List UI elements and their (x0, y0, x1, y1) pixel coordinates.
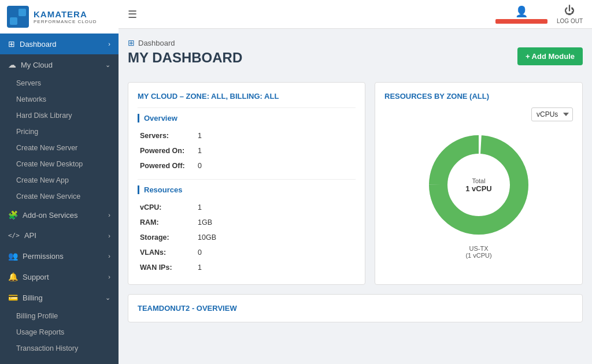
logo-sub: PERFORMANCE CLOUD (34, 19, 97, 24)
sidebar-item-create-new-service[interactable]: Create New Service (0, 188, 119, 205)
label-ram: RAM: (138, 215, 195, 230)
table-row: Servers: 1 (138, 128, 356, 143)
sidebar: KAMATERA PERFORMANCE CLOUD ⊞ Dashboard ›… (0, 0, 119, 364)
topbar-left: ☰ (128, 8, 137, 21)
table-row: vCPU: 1 (138, 200, 356, 215)
table-row: Storage: 10GB (138, 230, 356, 245)
sidebar-item-label: Billing (23, 294, 43, 302)
chevron-right-icon: › (108, 40, 110, 47)
resources-card-title: RESOURCES BY ZONE (ALL) (384, 92, 573, 101)
page-title: MY DASHBOARD (128, 50, 242, 66)
divider (138, 107, 356, 108)
main-area: ☰ 👤 ⏻ LOG OUT ⊞ Dashboard MY DASHBOARD +… (119, 0, 592, 364)
table-row: WAN IPs: 1 (138, 260, 356, 275)
addon-icon: 🧩 (8, 210, 18, 220)
label-powered-off: Powered Off: (138, 158, 195, 173)
cards-row: MY CLOUD – ZONE: ALL, BILLING: ALL Overv… (128, 82, 583, 285)
logout-label: LOG OUT (557, 18, 583, 24)
label-wan-ips: WAN IPs: (138, 260, 195, 275)
value-powered-off: 0 (195, 158, 356, 173)
user-icon: 👤 (515, 5, 528, 18)
value-vcpu: 1 (195, 200, 356, 215)
topbar: ☰ 👤 ⏻ LOG OUT (119, 0, 592, 29)
breadcrumb-icon: ⊞ (128, 38, 135, 47)
sidebar-item-hard-disk-library[interactable]: Hard Disk Library (0, 107, 119, 124)
sidebar-item-label: Support (23, 273, 49, 281)
table-row: Powered On: 1 (138, 143, 356, 158)
sidebar-item-networks[interactable]: Networks (0, 91, 119, 107)
donut-total-label: Total (465, 177, 492, 184)
chevron-down-icon: ⌄ (105, 61, 110, 69)
sidebar-item-create-new-desktop[interactable]: Create New Desktop (0, 156, 119, 172)
page-header: ⊞ Dashboard MY DASHBOARD + Add Module (128, 38, 583, 74)
add-module-button[interactable]: + Add Module (517, 47, 583, 65)
logout-icon: ⏻ (564, 5, 575, 17)
sidebar-item-label: API (24, 231, 36, 240)
teamdonut-card: TEAMDONUT2 - OVERVIEW (128, 294, 583, 322)
logout-button[interactable]: ⏻ LOG OUT (557, 5, 583, 24)
cloud-icon: ☁ (8, 60, 16, 69)
topbar-right: 👤 ⏻ LOG OUT (495, 5, 583, 24)
chevron-down-icon: ⌄ (105, 294, 110, 302)
vcpu-select[interactable]: vCPUs (531, 107, 573, 121)
donut-chart-container: Total 1 vCPU (384, 127, 573, 243)
sidebar-item-label: Add-on Services (23, 211, 77, 220)
teamdonut-title: TEAMDONUT2 - OVERVIEW (138, 304, 573, 313)
sidebar-item-pricing[interactable]: Pricing (0, 124, 119, 140)
sidebar-item-my-cloud[interactable]: ☁ My Cloud ⌄ (0, 54, 119, 75)
overview-table: Servers: 1 Powered On: 1 Powered Off: 0 (138, 128, 356, 173)
user-area: 👤 (495, 5, 547, 24)
label-powered-on: Powered On: (138, 143, 195, 158)
svg-rect-0 (10, 9, 17, 16)
value-servers: 1 (195, 128, 356, 143)
sidebar-item-servers[interactable]: Servers (0, 75, 119, 91)
value-wan-ips: 1 (195, 260, 356, 275)
sidebar-item-dashboard[interactable]: ⊞ Dashboard › (0, 34, 119, 54)
hamburger-button[interactable]: ☰ (128, 8, 137, 21)
api-icon: </> (8, 232, 20, 239)
user-bar (495, 19, 547, 24)
logo-text: KAMATERA PERFORMANCE CLOUD (34, 9, 97, 24)
table-row: Powered Off: 0 (138, 158, 356, 173)
svg-rect-3 (18, 17, 26, 25)
page-content: ⊞ Dashboard MY DASHBOARD + Add Module MY… (119, 29, 592, 364)
donut-legend-label: US-TX (469, 245, 489, 252)
sidebar-item-add-on-services[interactable]: 🧩 Add-on Services › (0, 205, 119, 225)
resources-table: vCPU: 1 RAM: 1GB Storage: 10GB VLANs: 0 (138, 200, 356, 275)
permissions-icon: 👥 (8, 251, 18, 261)
cloud-card-title: MY CLOUD – ZONE: ALL, BILLING: ALL (138, 92, 356, 101)
label-servers: Servers: (138, 128, 195, 143)
sidebar-item-label: My Cloud (21, 61, 53, 69)
breadcrumb: ⊞ Dashboard (128, 38, 242, 47)
chevron-right-icon: › (108, 232, 110, 239)
sidebar-item-api[interactable]: </> API › (0, 225, 119, 246)
my-cloud-card: MY CLOUD – ZONE: ALL, BILLING: ALL Overv… (128, 82, 365, 285)
overview-label: Overview (138, 114, 356, 122)
sidebar-item-permissions[interactable]: 👥 Permissions › (0, 246, 119, 266)
label-vlans: VLANs: (138, 245, 195, 260)
donut-label: Total 1 vCPU (465, 177, 492, 193)
resources-label: Resources (138, 185, 356, 194)
value-vlans: 0 (195, 245, 356, 260)
sidebar-item-support[interactable]: 🔔 Support › (0, 266, 119, 287)
divider (138, 179, 356, 180)
logo-name: KAMATERA (34, 9, 97, 19)
resources-card: RESOURCES BY ZONE (ALL) vCPUs (375, 82, 583, 285)
table-row: RAM: 1GB (138, 215, 356, 230)
value-powered-on: 1 (195, 143, 356, 158)
sidebar-item-billing-profile[interactable]: Billing Profile (0, 308, 119, 324)
sidebar-item-billing[interactable]: 💳 Billing ⌄ (0, 287, 119, 308)
svg-rect-1 (18, 9, 26, 16)
table-row: VLANs: 0 (138, 245, 356, 260)
donut-total-value: 1 vCPU (465, 184, 492, 193)
donut-legend: US-TX (1 vCPU) (384, 245, 573, 259)
sidebar-item-usage-reports[interactable]: Usage Reports (0, 324, 119, 340)
chevron-right-icon: › (108, 211, 110, 218)
sidebar-item-create-new-app[interactable]: Create New App (0, 172, 119, 188)
logo-icon (7, 6, 29, 28)
donut-legend-value: (1 vCPU) (465, 252, 491, 259)
billing-icon: 💳 (8, 293, 18, 302)
sidebar-item-create-new-server[interactable]: Create New Server (0, 140, 119, 156)
sidebar-item-transaction-history[interactable]: Transaction History (0, 340, 119, 356)
svg-rect-2 (10, 17, 17, 25)
